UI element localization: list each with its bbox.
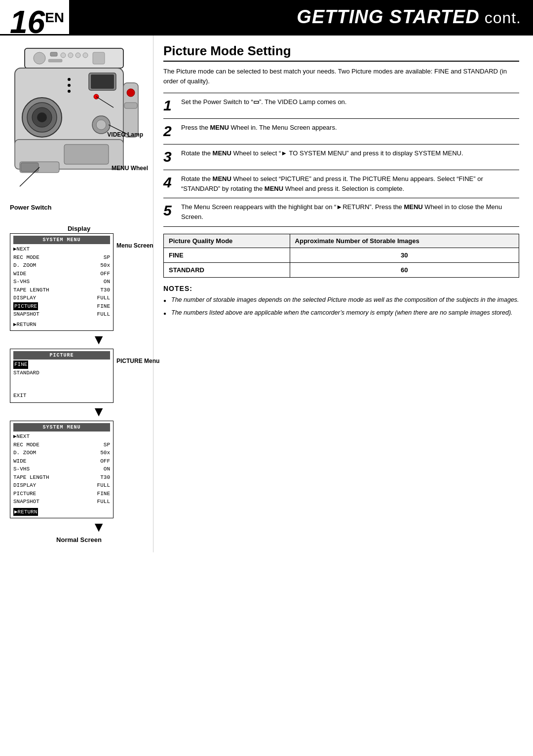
svg-rect-25 [64,144,109,164]
quality-table: Picture Quality Mode Approximate Number … [163,234,519,278]
picture-row-standard: STANDARD [13,369,110,377]
picture-menu-header: PICTURE [13,351,110,360]
step-4: 4 Rotate the MENU Wheel to select “PICTU… [163,170,519,198]
fine-mode: FINE [164,248,290,262]
svg-rect-8 [48,59,62,62]
right-column: Picture Mode Setting The Picture mode ca… [153,36,533,552]
arrow-down-1: ▼ [49,333,148,347]
menu2-row-snapshot: SNAPSHOTFULL [13,498,110,506]
svg-rect-19 [124,103,137,108]
page-number: 16EN [0,0,69,34]
svg-point-21 [96,120,106,130]
menu-row-snapshot: SNAPSHOTFULL [13,310,110,319]
menu-row-zoom: D. ZOOM50x [13,261,110,270]
note-2: The numbers listed above are applicable … [163,308,519,318]
intro-text: The Picture mode can be selected to best… [163,67,519,86]
arrow-down-3: ▼ [49,520,148,534]
menu2-row-next: ▶NEXT [13,432,110,441]
svg-point-3 [61,53,66,58]
menu-row-svhs: S-VHSON [13,278,110,286]
camera-diagram: VIDEO Lamp MENU Wheel Power Switch [10,43,143,221]
svg-point-31 [68,90,71,93]
svg-point-6 [83,53,88,58]
system-menu-2-header: SYSTEM MENU [13,423,110,432]
svg-rect-24 [21,163,38,172]
menu2-row-zoom: D. ZOOM50x [13,449,110,457]
step-2-num: 2 [163,123,181,139]
notes-list: The number of storable images depends on… [163,295,519,318]
picture-menu-label: PICTURE Menu [116,358,159,364]
note-1: The number of storable images depends on… [163,295,519,305]
header-title-box: GETTING STARTED cont. [69,0,533,34]
power-switch-label: Power Switch [10,204,52,211]
col2-header: Approximate Number of Storable Images [290,234,519,248]
svg-point-13 [37,112,47,122]
system-menu-1-container: SYSTEM MENU ▶NEXT REC MODESP D. ZOOM50x … [10,233,148,331]
picture-menu: PICTURE FINE STANDARD EXIT [10,349,114,403]
svg-rect-15 [91,74,114,89]
menu-row-picture-highlighted: PICTUREFINE [13,302,110,311]
menu-footer-1: ▶RETURN [13,321,110,329]
step-4-text: Rotate the MENU Wheel to select “PICTURE… [181,174,519,194]
step-5-num: 5 [163,202,181,218]
arrow-down-2: ▼ [49,405,148,419]
menu-row-display: DISPLAYFULL [13,294,110,302]
step-1: 1 Set the Power Switch to “▭”. The VIDEO… [163,93,519,119]
menu-screen-label: Menu Screen [116,242,153,249]
svg-point-4 [68,53,73,58]
steps-container: 1 Set the Power Switch to “▭”. The VIDEO… [163,93,519,227]
menu2-row-picture: PICTUREFINE [13,490,110,498]
page-header: 16EN GETTING STARTED cont. [0,0,533,36]
menu2-row-rec: REC MODESP [13,441,110,449]
step-1-num: 1 [163,97,181,113]
step-1-text: Set the Power Switch to “▭”. The VIDEO L… [181,97,519,107]
video-lamp-label: VIDEO Lamp [107,131,143,138]
menu-wheel-label: MENU Wheel [112,165,148,172]
normal-screen-label: Normal Screen [10,536,148,543]
svg-point-30 [68,84,71,87]
system-menu-2: SYSTEM MENU ▶NEXT REC MODESP D. ZOOM50x … [10,421,114,518]
standard-count: 60 [290,262,519,277]
picture-menu-container: PICTURE FINE STANDARD EXIT PICTURE Menu [10,349,148,403]
step-2-text: Press the MENU Wheel in. The Menu Screen… [181,123,519,133]
notes-title: NOTES: [163,285,519,292]
menu-row-next: ▶NEXT [13,245,110,253]
menu-row-wide: WIDEOFF [13,270,110,278]
step-3: 3 Rotate the MENU Wheel to select “► TO … [163,144,519,170]
step-3-num: 3 [163,148,181,164]
left-column: VIDEO Lamp MENU Wheel Power Switch Displ… [0,36,153,552]
main-content: VIDEO Lamp MENU Wheel Power Switch Displ… [0,36,533,552]
standard-mode: STANDARD [164,262,290,277]
step-2: 2 Press the MENU Wheel in. The Menu Scre… [163,119,519,144]
table-row-standard: STANDARD 60 [164,262,519,277]
menu2-row-tape: TAPE LENGTHT30 [13,473,110,482]
col1-header: Picture Quality Mode [164,234,290,248]
menu-row-tape: TAPE LENGTHT30 [13,286,110,294]
system-menu-1: SYSTEM MENU ▶NEXT REC MODESP D. ZOOM50x … [10,233,114,331]
svg-point-18 [127,89,135,97]
header-title: GETTING STARTED cont. [297,6,521,28]
svg-rect-7 [93,52,105,64]
step-5-text: The Menu Screen reappears with the highl… [181,202,519,222]
table-row-fine: FINE 30 [164,248,519,262]
menu2-row-display: DISPLAYFULL [13,481,110,490]
svg-rect-2 [50,52,57,56]
step-4-num: 4 [163,174,181,190]
svg-point-29 [68,78,71,81]
section-title: Picture Mode Setting [163,43,519,62]
menu-row-rec: REC MODESP [13,253,110,262]
menu2-row-wide: WIDEOFF [13,457,110,466]
fine-count: 30 [290,248,519,262]
system-menu-1-header: SYSTEM MENU [13,236,110,244]
camera-illustration [10,43,143,206]
step-5: 5 The Menu Screen reappears with the hig… [163,198,519,226]
system-menu-2-container: SYSTEM MENU ▶NEXT REC MODESP D. ZOOM50x … [10,421,148,518]
menu2-row-svhs: S-VHSON [13,465,110,473]
step-3-text: Rotate the MENU Wheel to select “► TO SY… [181,148,519,158]
picture-row-fine: FINE [13,360,110,369]
svg-point-1 [34,52,45,64]
menu2-footer: ▶RETURN [13,508,110,516]
display-label: Display [10,225,148,232]
picture-footer: EXIT [13,392,110,400]
svg-point-5 [76,53,80,58]
